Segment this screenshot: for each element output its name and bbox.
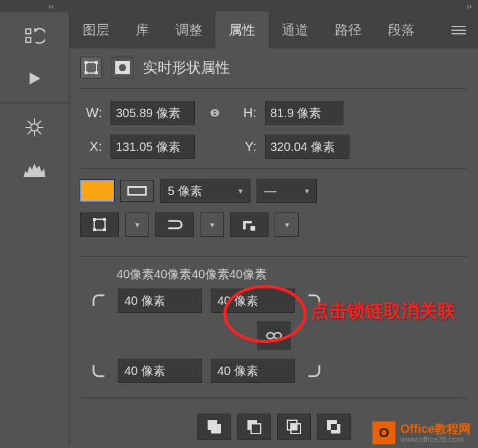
stroke-corner-dropdown[interactable]: ▾ [275, 213, 299, 237]
stroke-width-value: 5 像素 [168, 183, 202, 199]
left-tool-sidebar [0, 12, 69, 447]
svg-rect-31 [251, 424, 261, 434]
x-input[interactable] [110, 135, 195, 159]
tab-channels[interactable]: 通道 [269, 11, 322, 49]
width-input[interactable] [110, 101, 195, 125]
svg-rect-34 [291, 424, 297, 430]
svg-rect-16 [95, 61, 98, 64]
watermark: O Office教程网 www.office26.com [372, 421, 471, 444]
play-tool-icon[interactable] [16, 60, 53, 97]
watermark-url: www.office26.com [400, 435, 471, 444]
annotation-text: 点击锁链取消关联 [311, 299, 456, 324]
radius-bl-input[interactable] [118, 359, 202, 383]
mask-mode-icon[interactable] [112, 57, 133, 78]
shape-mode-icon[interactable] [80, 57, 102, 78]
link-wh-icon[interactable] [203, 107, 226, 118]
svg-line-7 [28, 121, 31, 124]
stroke-width-select[interactable]: 5 像素 ▾ [160, 179, 250, 203]
histogram-tool-icon[interactable] [16, 152, 53, 188]
x-label: X: [80, 139, 102, 155]
height-input[interactable] [265, 101, 343, 125]
collapse-right-icon[interactable]: ›› [467, 1, 472, 11]
tab-properties[interactable]: 属性 [215, 11, 269, 49]
svg-line-9 [37, 121, 41, 124]
tab-paths[interactable]: 路径 [322, 11, 375, 49]
svg-rect-0 [26, 29, 31, 34]
link-radii-button[interactable] [257, 321, 291, 350]
tab-paragraph[interactable]: 段落 [375, 11, 428, 49]
radius-br-input[interactable] [211, 359, 295, 383]
stroke-align-select[interactable] [80, 213, 119, 237]
stroke-style-select[interactable]: — ▾ [257, 179, 317, 203]
chevron-down-icon: ▾ [305, 186, 309, 196]
stroke-cap-select[interactable] [155, 213, 194, 237]
svg-point-20 [119, 64, 126, 71]
pathfinder-unite-button[interactable] [197, 414, 231, 440]
svg-rect-17 [84, 71, 88, 74]
svg-rect-24 [93, 228, 96, 231]
stroke-color-swatch[interactable] [120, 180, 154, 202]
watermark-title: Office教程网 [400, 423, 471, 435]
section-title: 实时形状属性 [143, 58, 230, 77]
svg-rect-26 [250, 226, 255, 231]
stroke-cap-dropdown[interactable]: ▾ [200, 213, 224, 237]
chevron-down-icon: ▾ [238, 186, 243, 196]
radius-combined-readout: 40像素40像素40像素40像素 [116, 266, 467, 283]
radius-tl-input[interactable] [118, 289, 202, 313]
svg-rect-1 [26, 37, 31, 42]
pathfinder-intersect-button[interactable] [277, 414, 311, 440]
tab-layers[interactable]: 图层 [69, 11, 123, 49]
corner-tl-icon [89, 290, 109, 311]
width-label: W: [80, 105, 102, 121]
svg-rect-23 [103, 218, 106, 221]
navigator-tool-icon[interactable] [16, 109, 53, 146]
watermark-logo-icon: O [372, 421, 395, 444]
corner-br-icon [304, 360, 324, 381]
stroke-style-value: — [264, 184, 276, 198]
pathfinder-subtract-button[interactable] [237, 414, 271, 440]
pathfinder-exclude-button[interactable] [317, 414, 351, 440]
svg-line-8 [37, 130, 41, 134]
stroke-align-dropdown[interactable]: ▾ [125, 213, 149, 237]
svg-rect-15 [84, 61, 88, 64]
panel-tabs: 图层 库 调整 属性 通道 路径 段落 [69, 12, 478, 48]
svg-rect-18 [95, 71, 98, 74]
svg-point-27 [267, 333, 274, 339]
history-tool-icon[interactable] [16, 18, 53, 54]
svg-line-10 [28, 130, 31, 134]
svg-point-2 [31, 124, 38, 131]
svg-point-28 [274, 333, 281, 339]
y-label: Y: [235, 139, 257, 155]
panel-menu-icon[interactable] [451, 25, 466, 36]
tab-adjustments[interactable]: 调整 [162, 11, 215, 49]
svg-rect-30 [211, 424, 221, 434]
radius-tr-input[interactable] [211, 289, 295, 313]
corner-radius-section: 40像素40像素40像素40像素 [80, 256, 467, 398]
collapse-left-icon[interactable]: ‹‹ [48, 1, 54, 11]
svg-rect-22 [93, 218, 96, 221]
svg-rect-25 [103, 228, 106, 231]
corner-bl-icon [89, 360, 109, 381]
height-label: H: [235, 105, 257, 121]
stroke-corner-select[interactable] [230, 213, 269, 237]
fill-color-swatch[interactable] [80, 180, 114, 202]
tab-swatches[interactable]: 库 [123, 11, 162, 49]
y-input[interactable] [265, 135, 349, 159]
